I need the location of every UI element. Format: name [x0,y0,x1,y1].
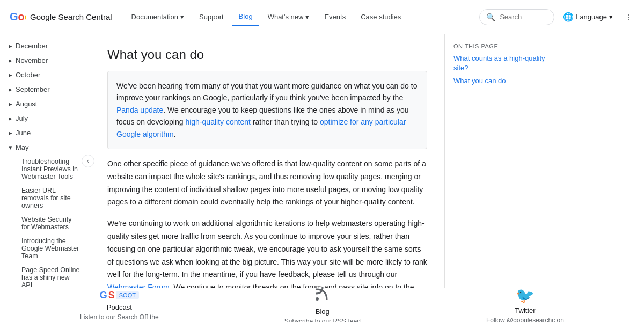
on-page-label: On this page [453,43,554,49]
search-icon: 🔍 [486,13,495,21]
globe-icon: 🌐 [563,12,574,22]
highlight-box: We've been hearing from many of you that… [107,71,427,149]
chevron-right-icon: ▸ [9,85,12,93]
blog-sub: Subscribe to our RSS feed [284,318,361,322]
chevron-right-icon: ▸ [9,100,12,108]
sidebar-item-december[interactable]: ▸ December [0,39,90,53]
sidebar-item-november[interactable]: ▸ November [0,53,90,68]
sidebar-item-august[interactable]: ▸ August [0,97,90,111]
site-title: Google Search Central [30,12,112,21]
nav-blog[interactable]: Blog [232,8,259,26]
chevron-down-icon: ▾ [9,143,12,151]
paragraph-1: One other specific piece of guidance we'… [107,158,427,209]
main-nav: Documentation ▾ Support Blog What's new … [125,8,480,26]
search-input[interactable] [500,13,543,21]
podcast-label: Podcast [107,303,132,311]
toc-item-what-you-can-do[interactable]: What you can do [453,76,554,86]
bottom-blog[interactable]: Blog Subscribe to our RSS feed [284,285,361,322]
chevron-right-icon: ▸ [9,71,12,79]
chevron-down-icon: ▾ [180,13,184,21]
chevron-right-icon: ▸ [9,56,12,64]
podcast-icon: GS SOQT [100,290,139,301]
chevron-down-icon: ▾ [609,13,613,21]
page-title: What you can do [107,47,427,62]
sidebar-item-website-security[interactable]: Website Security for Webmasters [0,213,90,234]
sidebar-item-october[interactable]: ▸ October [0,68,90,82]
twitter-label: Twitter [515,306,535,314]
sidebar-collapse-button[interactable]: ‹ [82,155,94,167]
chevron-down-icon: ▾ [305,13,309,21]
search-box[interactable]: 🔍 [479,9,554,25]
blog-label: Blog [316,308,330,316]
optimize-link[interactable]: optimize for any particular Google algor… [116,118,406,138]
sidebar-item-url-removals[interactable]: Easier URL removals for site owners [0,184,90,213]
rss-icon [314,285,331,305]
nav-case-studies[interactable]: Case studies [354,9,407,25]
twitter-icon: 🐦 [516,287,535,304]
toc-item-high-quality[interactable]: What counts as a high-quality site? [453,54,554,73]
nav-events[interactable]: Events [318,9,352,25]
chevron-right-icon: ▸ [9,42,12,50]
bottom-podcast[interactable]: GS SOQT Podcast Listen to our Search Off… [80,290,159,321]
nav-whats-new[interactable]: What's new ▾ [261,9,316,25]
sidebar-item-introducing-google[interactable]: Introducing the Google Webmaster Team [0,234,90,263]
svg-text:Google: Google [10,11,26,23]
bottom-bar: GS SOQT Podcast Listen to our Search Off… [0,288,644,322]
main-content: What you can do We've been hearing from … [90,34,444,322]
bottom-twitter[interactable]: 🐦 Twitter Follow @googlesearchc on [486,287,564,323]
language-label: Language [576,13,607,21]
site-logo[interactable]: Google Google Search Central [9,9,112,26]
sidebar-item-may[interactable]: ▾ May [0,140,90,155]
more-options-button[interactable]: ⋮ [621,10,635,25]
nav-support[interactable]: Support [193,9,230,25]
nav-documentation[interactable]: Documentation ▾ [125,9,191,25]
chevron-right-icon: ▸ [9,114,12,122]
high-quality-link[interactable]: high-quality content [185,118,250,126]
sidebar: ▸ December ▸ November ▸ October ▸ Septem… [0,34,90,322]
header: Google Google Search Central Documentati… [0,0,644,34]
right-sidebar: On this page What counts as a high-quali… [444,34,562,322]
language-button[interactable]: 🌐 Language ▾ [559,9,617,25]
chevron-right-icon: ▸ [9,129,12,137]
panda-link[interactable]: Panda update [116,106,163,114]
twitter-sub: Follow @googlesearchc on [486,317,564,323]
podcast-sub: Listen to our Search Off the [80,313,159,321]
sidebar-item-july[interactable]: ▸ July [0,111,90,126]
sidebar-item-june[interactable]: ▸ June [0,126,90,140]
header-actions: 🔍 🌐 Language ▾ ⋮ [479,9,635,25]
sidebar-item-september[interactable]: ▸ September [0,82,90,97]
svg-point-1 [316,297,319,301]
page-layout: ▸ December ▸ November ▸ October ▸ Septem… [0,34,644,322]
sidebar-item-troubleshooting[interactable]: Troubleshooting Instant Previews in Webm… [0,155,90,184]
